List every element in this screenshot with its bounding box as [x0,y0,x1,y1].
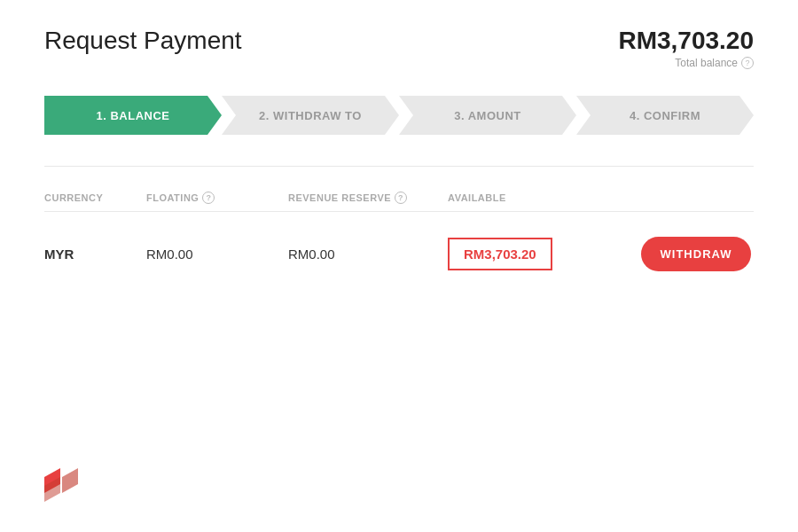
cell-floating: RM0.00 [146,246,288,262]
page-title: Request Payment [44,27,242,55]
steps-bar: 1. BALANCE 2. WITHDRAW TO 3. AMOUNT 4. C… [44,96,754,135]
header-reserve: REVENUE RESERVE ? [288,192,448,204]
reserve-help-icon[interactable]: ? [395,192,407,204]
withdraw-button[interactable]: WITHDRAW [641,237,752,271]
header-available: AVAILABLE [448,192,638,203]
cell-available-wrapper: RM3,703.20 [448,238,638,270]
step-amount[interactable]: 3. AMOUNT [399,96,576,135]
balance-amount: RM3,703.20 [618,27,754,55]
balance-block: RM3,703.20 Total balance ? [618,27,754,69]
table-divider [44,166,754,167]
app-logo [44,468,80,502]
logo-area [44,450,754,505]
cell-available: RM3,703.20 [448,238,552,270]
table-headers: CURRENCY FLOATING ? REVENUE RESERVE ? AV… [44,184,754,212]
balance-label: Total balance ? [618,57,754,69]
header-floating: FLOATING ? [146,192,288,204]
step-confirm[interactable]: 4. CONFIRM [576,96,754,135]
floating-help-icon[interactable]: ? [202,192,215,204]
page-header: Request Payment RM3,703.20 Total balance… [44,27,754,69]
balance-help-icon[interactable]: ? [741,57,754,69]
cell-reserve: RM0.00 [288,246,448,262]
cell-currency: MYR [44,246,146,262]
svg-marker-1 [62,468,78,493]
page-container: Request Payment RM3,703.20 Total balance… [0,0,798,532]
header-currency: CURRENCY [44,192,146,203]
cell-action: WITHDRAW [638,237,754,271]
step-balance[interactable]: 1. BALANCE [44,96,222,135]
step-withdraw-to[interactable]: 2. WITHDRAW TO [222,96,399,135]
table-row: MYR RM0.00 RM0.00 RM3,703.20 WITHDRAW [44,221,754,287]
